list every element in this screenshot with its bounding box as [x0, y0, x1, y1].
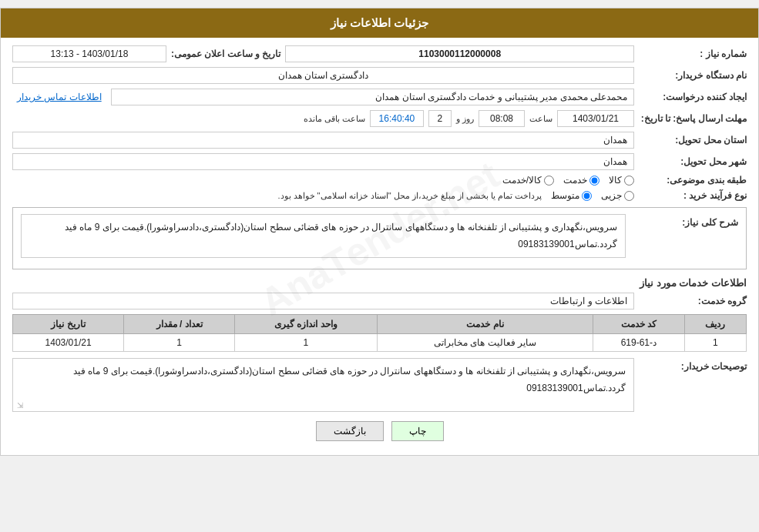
- back-button[interactable]: بازگشت: [316, 421, 384, 441]
- col-kod: کد خدمت: [593, 315, 685, 334]
- radio-khadamat[interactable]: خدمت: [563, 175, 599, 186]
- shahr-value: همدان: [12, 153, 634, 170]
- radio-motavasset[interactable]: متوسط: [551, 190, 592, 201]
- ostan-label: استان محل تحویل:: [639, 135, 747, 146]
- mohlat-date: 1403/01/21: [557, 110, 634, 127]
- toseie-label: توصیحات خریدار:: [639, 361, 747, 372]
- print-button[interactable]: چاپ: [391, 421, 444, 441]
- col-taarikh: تاریخ نیاز: [13, 315, 124, 334]
- farayand-note: پرداخت تمام یا بخشی از مبلغ خرید،از محل …: [277, 191, 542, 201]
- page-title: جزئیات اطلاعات نیاز: [1, 8, 758, 38]
- radio-jozi[interactable]: جزیی: [601, 190, 634, 201]
- tamas-kharidad-link[interactable]: اطلاعات تماس خریدار: [12, 92, 106, 102]
- col-nam: نام خدمت: [377, 315, 593, 334]
- sharhKoli-value: سرویس،نگهداری و پشتیبانی از تلفنخانه ها …: [21, 214, 626, 258]
- taarikh-value: 1403/01/18 - 13:13: [12, 45, 166, 62]
- toseie-value: سرویس،نگهداری و پشتیبانی از تلفنخانه ها …: [12, 358, 634, 412]
- mohlat-remaining: 16:40:40: [370, 110, 424, 127]
- ostan-value: همدان: [12, 132, 634, 149]
- radio-kala[interactable]: کالا: [609, 175, 634, 186]
- col-tedad: تعداد / مقدار: [124, 315, 235, 334]
- mohlat-label: مهلت ارسال پاسخ: تا تاریخ:: [639, 113, 747, 124]
- sharhKoli-label: شرح کلی نیاز:: [630, 217, 738, 228]
- roz-label: روز و: [456, 114, 474, 124]
- info-khadamat-title: اطلاعات خدمات مورد نیاز: [12, 277, 747, 289]
- remaining-label: ساعت باقی مانده: [304, 114, 365, 124]
- radio-kala-khadamat[interactable]: کالا/خدمت: [502, 175, 554, 186]
- col-radif: ردیف: [684, 315, 746, 334]
- noeFarayand-radio-group: جزیی متوسط پرداخت تمام یا بخشی از مبلغ خ…: [12, 190, 634, 201]
- services-table: ردیف کد خدمت نام خدمت واحد اندازه گیری ت…: [12, 314, 747, 352]
- tabaqe-radio-group: کالا خدمت کالا/خدمت: [12, 175, 634, 186]
- ijadKonande-label: ایجاد کننده درخواست:: [639, 92, 747, 102]
- saat-label: ساعت: [529, 114, 552, 124]
- groheKhadamat-value: اطلاعات و ارتباطات: [12, 293, 634, 309]
- taarikh-label: تاریخ و ساعت اعلان عمومی:: [171, 49, 280, 59]
- resize-handle: ⇲: [14, 401, 23, 410]
- table-row: 1د-61-619سایر فعالیت های مخابراتی111403/…: [13, 334, 747, 352]
- mohlat-roz: 2: [428, 110, 452, 127]
- tabaqe-label: طبقه بندی موضوعی:: [639, 175, 747, 186]
- noeFarayand-label: نوع فرآیند خرید :: [639, 190, 747, 201]
- groheKhadamat-label: گروه خدمت:: [639, 296, 747, 306]
- shomareNiaz-label: شماره نیاز :: [639, 49, 747, 59]
- ijadKonande-value: محمدعلی محمدی مدیر پشتیبانی و خدمات دادگ…: [111, 89, 634, 105]
- shahr-label: شهر محل تحویل:: [639, 156, 747, 167]
- button-row: چاپ بازگشت: [12, 421, 747, 441]
- mohlat-time: 08:08: [479, 110, 525, 127]
- shomareNiaz-value: 1103000112000008: [285, 45, 634, 62]
- col-vahed: واحد اندازه گیری: [235, 315, 377, 334]
- namDastgah-label: نام دستگاه خریدار:: [639, 70, 747, 81]
- namDastgah-value: دادگستری استان همدان: [12, 67, 634, 84]
